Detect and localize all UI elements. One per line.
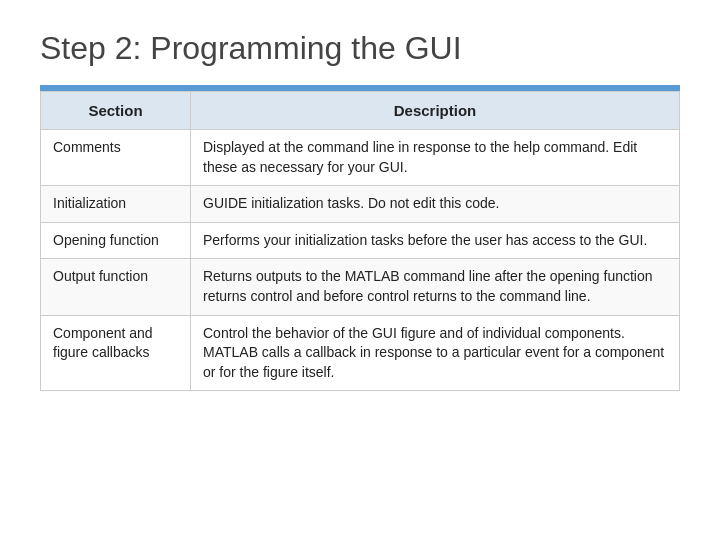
cell-description: GUIDE initialization tasks. Do not edit … [191, 186, 680, 223]
table-row: CommentsDisplayed at the command line in… [41, 130, 680, 186]
table-row: InitializationGUIDE initialization tasks… [41, 186, 680, 223]
header-description: Description [191, 92, 680, 130]
table-row: Output functionReturns outputs to the MA… [41, 259, 680, 315]
table-header-row: Section Description [41, 92, 680, 130]
page-container: Step 2: Programming the GUI Section Desc… [0, 0, 720, 540]
cell-description: Displayed at the command line in respons… [191, 130, 680, 186]
cell-description: Returns outputs to the MATLAB command li… [191, 259, 680, 315]
cell-description: Control the behavior of the GUI figure a… [191, 315, 680, 391]
cell-description: Performs your initialization tasks befor… [191, 222, 680, 259]
page-title: Step 2: Programming the GUI [40, 30, 680, 67]
cell-section: Opening function [41, 222, 191, 259]
table-row: Component and figure callbacksControl th… [41, 315, 680, 391]
cell-section: Comments [41, 130, 191, 186]
cell-section: Component and figure callbacks [41, 315, 191, 391]
table-row: Opening functionPerforms your initializa… [41, 222, 680, 259]
header-section: Section [41, 92, 191, 130]
cell-section: Initialization [41, 186, 191, 223]
cell-section: Output function [41, 259, 191, 315]
main-table: Section Description CommentsDisplayed at… [40, 91, 680, 391]
